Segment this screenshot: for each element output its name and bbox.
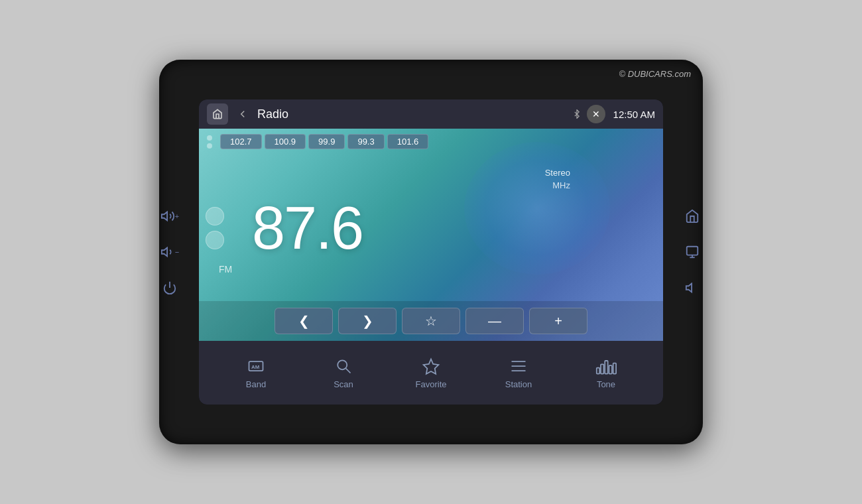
- clock-display: 12:50 AM: [613, 109, 655, 120]
- band-icon: AM: [247, 357, 265, 375]
- bottom-navigation-bar: AM Band Scan: [199, 341, 663, 405]
- next-station-button[interactable]: ❯: [338, 308, 397, 334]
- nav-item-favorite[interactable]: Favorite: [398, 357, 464, 389]
- left-nav-dots: [206, 207, 224, 249]
- back-button[interactable]: [233, 105, 252, 123]
- svg-line-11: [346, 368, 351, 373]
- nav-item-tone[interactable]: Tone: [573, 357, 639, 389]
- tone-label: Tone: [597, 379, 615, 389]
- scan-label: Scan: [334, 379, 353, 389]
- band-label: FM: [219, 264, 232, 275]
- playback-controls: ❮ ❯ ☆ — +: [199, 301, 663, 341]
- svg-marker-0: [162, 212, 167, 221]
- screen-title: Radio: [257, 107, 567, 121]
- preset-station-5[interactable]: 101.6: [387, 134, 429, 149]
- decrease-button[interactable]: —: [465, 308, 524, 334]
- frequency-display: FM 87.6 Stereo MHz: [199, 155, 663, 301]
- power-button[interactable]: [158, 276, 182, 300]
- home-button[interactable]: [207, 103, 228, 125]
- nav-item-scan[interactable]: Scan: [310, 357, 377, 389]
- right-media-button[interactable]: [680, 240, 704, 264]
- bluetooth-icon: [572, 109, 582, 119]
- radio-display: 102.7 100.9 99.9 99.3 101.6 FM 87.6 Ster…: [199, 129, 663, 341]
- preset-stations-bar: 102.7 100.9 99.9 99.3 101.6: [199, 129, 663, 155]
- svg-rect-4: [687, 247, 698, 255]
- unit-label: MHz: [552, 180, 570, 190]
- frequency-info: Stereo MHz: [545, 168, 570, 190]
- scan-icon: [334, 357, 353, 375]
- svg-rect-19: [597, 367, 599, 373]
- favorite-label: Favorite: [416, 379, 447, 389]
- nav-item-band[interactable]: AM Band: [223, 357, 289, 389]
- right-side-buttons: [680, 204, 704, 300]
- nav-dot-2[interactable]: [206, 231, 224, 249]
- frequency-number: 87.6: [252, 198, 363, 258]
- svg-marker-2: [162, 248, 167, 257]
- nav-dots: [207, 135, 212, 149]
- svg-marker-12: [424, 359, 439, 373]
- dot-1: [207, 135, 212, 141]
- station-label: Station: [505, 379, 532, 389]
- prev-station-button[interactable]: ❮: [275, 308, 333, 334]
- tone-icon: [595, 357, 617, 375]
- volume-down-button[interactable]: −: [158, 240, 182, 264]
- increase-button[interactable]: +: [529, 308, 587, 334]
- svg-rect-20: [601, 364, 603, 373]
- nav-dot-1[interactable]: [206, 207, 224, 225]
- svg-rect-21: [605, 361, 607, 374]
- left-side-buttons: + −: [158, 204, 182, 300]
- preset-station-1[interactable]: 102.7: [220, 134, 262, 149]
- svg-point-10: [338, 360, 347, 369]
- volume-up-button[interactable]: +: [158, 204, 182, 228]
- infotainment-screen: Radio ✕ 12:50 AM 102.7 100.9 99.9 9: [199, 99, 663, 405]
- band-label: Band: [246, 379, 266, 389]
- svg-rect-22: [609, 365, 611, 373]
- dot-2: [207, 143, 212, 149]
- preset-station-2[interactable]: 100.9: [265, 134, 306, 149]
- nav-item-station[interactable]: Station: [485, 357, 552, 389]
- right-home-button[interactable]: [680, 204, 704, 228]
- favorite-icon: [422, 357, 440, 375]
- watermark: © DUBICARS.com: [619, 69, 691, 79]
- right-sound-button[interactable]: [680, 276, 704, 300]
- header-bar: Radio ✕ 12:50 AM: [199, 99, 663, 129]
- preset-station-4[interactable]: 99.3: [347, 134, 384, 149]
- station-icon: [509, 357, 528, 375]
- svg-text:AM: AM: [251, 364, 260, 370]
- add-favorite-button[interactable]: ☆: [402, 308, 460, 334]
- svg-marker-7: [686, 284, 692, 292]
- preset-station-3[interactable]: 99.9: [308, 134, 345, 149]
- stereo-label: Stereo: [545, 168, 570, 178]
- car-infotainment-unit: + −: [159, 60, 703, 444]
- svg-rect-23: [613, 363, 616, 373]
- close-button[interactable]: ✕: [587, 105, 605, 123]
